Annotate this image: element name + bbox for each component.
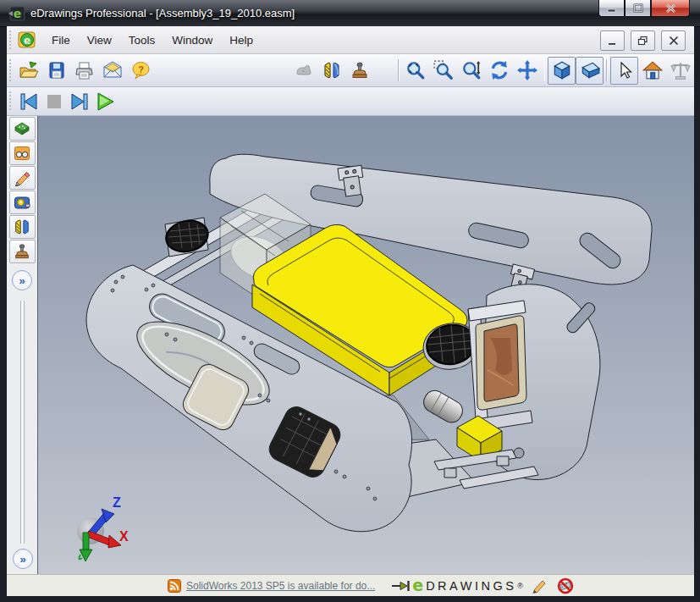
- pencil-icon[interactable]: [532, 578, 548, 594]
- send-email-button[interactable]: [99, 57, 127, 85]
- brand-text: DRAWINGS: [426, 579, 516, 593]
- toolbar-separator: [544, 59, 546, 81]
- side-panel-tabstrip: » »: [7, 116, 38, 574]
- edrawings-app-icon: e: [8, 6, 25, 21]
- mdi-restore-icon: [637, 36, 648, 46]
- cross-section-icon: [14, 218, 30, 235]
- stamp-button[interactable]: [346, 57, 374, 85]
- move-component-disabled-icon: [295, 61, 313, 80]
- move-component-button-disabled: [290, 57, 318, 85]
- shaded-view-button[interactable]: [548, 57, 576, 85]
- print-icon: [74, 61, 95, 80]
- pan-button[interactable]: [514, 57, 542, 85]
- menu-file[interactable]: File: [43, 30, 79, 51]
- skip-previous-icon: [19, 91, 39, 112]
- mass-properties-disabled-icon: [670, 60, 691, 80]
- mdi-minimize-icon: [608, 36, 618, 46]
- help-button[interactable]: ?: [127, 57, 155, 85]
- mdi-close-button[interactable]: [661, 30, 686, 51]
- main-toolbar: ?: [7, 54, 694, 87]
- pan-icon: [517, 60, 537, 80]
- tab-measure[interactable]: [9, 191, 36, 214]
- save-floppy-icon: [47, 61, 66, 80]
- chevron-double-icon: »: [19, 274, 25, 287]
- news-link[interactable]: SolidWorks 2013 SP5 is available for do.…: [186, 580, 375, 592]
- minimize-icon: [607, 4, 617, 13]
- tab-review[interactable]: [9, 141, 36, 165]
- home-view-button[interactable]: [638, 57, 666, 85]
- tab-cross-section[interactable]: [9, 215, 36, 239]
- expand-panel-button-bottom[interactable]: »: [13, 549, 33, 569]
- tab-components[interactable]: [9, 117, 36, 141]
- svg-text:e: e: [14, 7, 22, 20]
- menu-view[interactable]: View: [79, 30, 120, 51]
- open-folder-icon: [19, 61, 39, 80]
- tab-markup[interactable]: [9, 166, 36, 190]
- no-measure-icon[interactable]: [557, 577, 574, 594]
- menu-bar: e File View Tools Window Help: [7, 26, 694, 54]
- menu-tools[interactable]: Tools: [120, 30, 164, 51]
- rov-assembly-model: [38, 116, 694, 574]
- print-button[interactable]: [71, 57, 99, 85]
- stamp-icon: [14, 243, 30, 260]
- maximize-icon: [633, 3, 643, 13]
- expand-panel-button[interactable]: »: [12, 270, 32, 290]
- zoom-button[interactable]: [458, 57, 486, 85]
- zoom-to-area-button[interactable]: [430, 57, 458, 85]
- mdi-minimize-button[interactable]: [600, 30, 625, 51]
- shaded-cube-icon: [552, 60, 572, 80]
- next-view-button[interactable]: [67, 90, 92, 113]
- title-bar[interactable]: e eDrawings Professional - [Assembly3_19…: [0, 0, 700, 27]
- rotate-button[interactable]: [486, 57, 514, 85]
- home-icon: [642, 60, 663, 80]
- rss-icon: [168, 579, 181, 593]
- stamp-icon: [350, 61, 369, 80]
- mass-properties-button-disabled: [666, 57, 694, 85]
- zoom-icon: [461, 60, 482, 80]
- close-icon: [665, 3, 676, 14]
- stop-button-disabled: [41, 90, 67, 113]
- orientation-triad: Z X: [62, 494, 130, 565]
- maximize-button[interactable]: [625, 0, 651, 17]
- window-title: eDrawings Professional - [Assembly3_19_2…: [30, 7, 295, 19]
- toolbar-separator: [398, 59, 400, 81]
- previous-view-button[interactable]: [16, 90, 41, 113]
- menu-window[interactable]: Window: [163, 30, 221, 51]
- panel-splitter[interactable]: [20, 301, 25, 544]
- skip-next-icon: [69, 91, 90, 112]
- app-window: e eDrawings Professional - [Assembly3_19…: [0, 0, 700, 602]
- stop-icon: [45, 92, 63, 111]
- brand-registered-mark: ®: [517, 582, 523, 590]
- menu-help[interactable]: Help: [221, 30, 262, 51]
- mdi-restore-button[interactable]: [631, 30, 655, 51]
- x-axis-label: X: [119, 529, 129, 544]
- play-button[interactable]: [92, 90, 118, 113]
- email-envelope-icon: [102, 61, 123, 80]
- cross-section-icon: [322, 61, 341, 80]
- brand-e-glyph: e: [412, 577, 423, 594]
- cross-section-button[interactable]: [318, 57, 346, 85]
- rotate-icon: [489, 60, 510, 80]
- help-icon: ?: [131, 61, 151, 80]
- zoom-to-fit-icon: [405, 60, 426, 80]
- markup-pencil-icon: [14, 169, 30, 186]
- play-icon: [95, 91, 115, 112]
- minimize-button[interactable]: [598, 0, 625, 17]
- measure-tape-icon: [14, 194, 30, 211]
- close-button[interactable]: [651, 0, 690, 17]
- mdi-close-icon: [669, 36, 679, 46]
- chevron-double-icon: »: [19, 553, 25, 566]
- document-app-icon: e: [18, 30, 36, 49]
- select-button[interactable]: [610, 57, 638, 85]
- model-viewport[interactable]: Z X: [38, 116, 694, 574]
- svg-text:e: e: [24, 35, 30, 47]
- perspective-view-button[interactable]: [576, 57, 604, 85]
- zoom-to-fit-button[interactable]: [402, 57, 430, 85]
- components-icon: [14, 120, 30, 137]
- toolbar-grip[interactable]: [8, 91, 13, 111]
- tab-stamp[interactable]: [9, 240, 36, 263]
- toolbar-grip[interactable]: [8, 30, 13, 49]
- open-button[interactable]: [15, 57, 43, 85]
- toolbar-grip[interactable]: [8, 59, 12, 82]
- save-button[interactable]: [43, 57, 71, 85]
